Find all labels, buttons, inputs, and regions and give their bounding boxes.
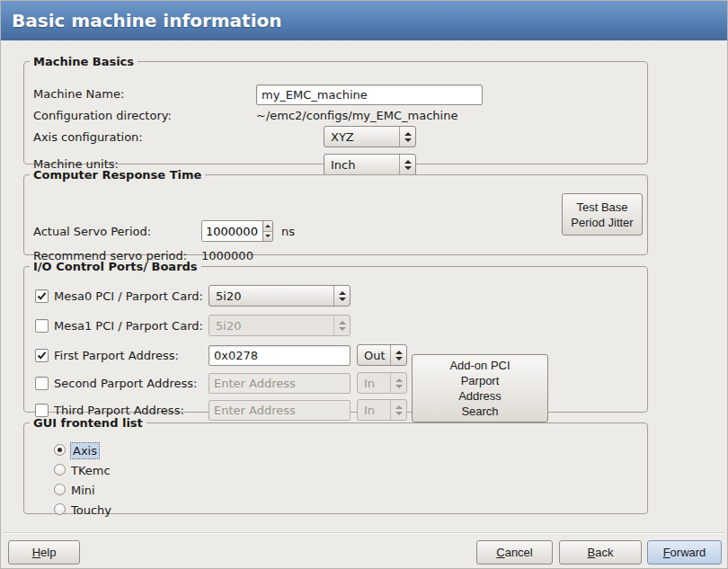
mesa1-label[interactable]: Mesa1 PCI / Parport Card: [54, 318, 203, 333]
axis-configuration-combo[interactable]: XYZ [324, 126, 416, 147]
combo-arrows-icon [333, 316, 350, 335]
io-ports-section: I/O Control Ports/ Boards Mesa0 PCI / Pa… [23, 260, 648, 413]
first-parport-direction-combo[interactable]: Out [357, 344, 407, 366]
forward-button-label: orward [670, 546, 706, 559]
spin-up-icon [265, 225, 271, 227]
io-ports-legend: I/O Control Ports/ Boards [30, 260, 201, 273]
addon-pci-parport-search-button[interactable]: Add-on PCI Parport Address Search [412, 354, 548, 422]
radio-mini-label[interactable]: Mini [71, 483, 95, 498]
machine-name-label: Machine Name: [33, 86, 124, 102]
spin-buttons [262, 221, 272, 241]
mesa1-card-combo: 5i20 [209, 315, 351, 336]
second-parport-direction-combo: In [357, 372, 407, 394]
machine-name-input[interactable] [256, 84, 483, 105]
third-parport-checkbox[interactable] [35, 404, 49, 417]
second-parport-address-input [209, 373, 351, 394]
servo-period-label: Actual Servo Period: [33, 224, 151, 239]
cancel-button-label: ancel [505, 546, 533, 559]
combo-arrows-icon [399, 127, 415, 147]
radio-touchy[interactable] [54, 503, 66, 515]
mesa0-checkbox[interactable] [35, 289, 49, 303]
spin-down-icon [265, 235, 271, 237]
footer-separator [3, 532, 725, 534]
page-title: Basic machine information [12, 10, 282, 31]
radio-tkemc-label[interactable]: TKemc [71, 463, 111, 478]
mesa0-card-combo[interactable]: 5i20 [209, 285, 351, 307]
combo-arrows-icon [333, 286, 350, 306]
first-parport-direction-value: Out [358, 345, 390, 365]
cancel-button[interactable]: Cancel [476, 540, 553, 565]
servo-period-spinner [201, 220, 273, 242]
response-time-legend: Computer Response Time [30, 168, 205, 182]
check-icon [37, 351, 47, 360]
forward-button-accel: F [663, 546, 670, 559]
help-button-label: elp [40, 546, 56, 559]
mesa0-card-value: 5i20 [209, 286, 333, 306]
wizard-window: Basic machine information Machine Basics… [0, 0, 728, 569]
machine-basics-legend: Machine Basics [30, 55, 138, 68]
servo-period-input[interactable] [202, 221, 262, 241]
spin-up-button[interactable] [263, 221, 272, 231]
back-button-accel: B [588, 546, 596, 559]
axis-configuration-label: Axis configuration: [33, 129, 143, 145]
radio-tkemc[interactable] [54, 464, 66, 476]
radio-mini[interactable] [54, 484, 66, 495]
config-directory-label: Configuration directory: [33, 108, 172, 123]
help-button[interactable]: Help [8, 540, 80, 565]
back-button-label: ack [595, 546, 613, 559]
mesa1-checkbox[interactable] [35, 319, 49, 333]
config-directory-value: ~/emc2/configs/my_EMC_machine [256, 108, 457, 123]
radio-touchy-label[interactable]: Touchy [71, 502, 111, 518]
axis-configuration-value: XYZ [324, 127, 399, 147]
mesa1-card-value: 5i20 [209, 316, 333, 335]
test-base-period-jitter-button[interactable]: Test Base Period Jitter [562, 193, 643, 236]
forward-button[interactable]: Forward [647, 540, 722, 565]
second-parport-checkbox[interactable] [35, 377, 49, 390]
machine-basics-section: Machine Basics Machine Name: Configurati… [23, 55, 648, 164]
spin-down-button[interactable] [263, 231, 272, 242]
titlebar: Basic machine information [1, 1, 727, 40]
combo-arrows-icon [390, 373, 406, 393]
radio-axis-label[interactable]: Axis [71, 443, 99, 458]
first-parport-checkbox[interactable] [35, 349, 49, 362]
second-parport-direction-value: In [358, 373, 390, 393]
gui-frontend-legend: GUI frontend list [30, 416, 146, 430]
help-button-accel: H [32, 546, 40, 559]
radio-axis[interactable] [54, 444, 66, 456]
gui-frontend-section: GUI frontend list Axis TKemc Mini Touchy [23, 416, 648, 514]
first-parport-label[interactable]: First Parport Address: [54, 348, 179, 363]
mesa0-label[interactable]: Mesa0 PCI / Parport Card: [54, 289, 203, 304]
response-time-section: Computer Response Time Test Base Period … [23, 168, 648, 255]
first-parport-address-input[interactable] [209, 345, 351, 366]
second-parport-label[interactable]: Second Parport Address: [54, 376, 197, 391]
servo-period-unit: ns [281, 224, 295, 239]
combo-arrows-icon [390, 345, 406, 365]
check-icon [37, 291, 47, 301]
cancel-button-accel: C [496, 546, 504, 559]
back-button[interactable]: Back [559, 540, 642, 565]
